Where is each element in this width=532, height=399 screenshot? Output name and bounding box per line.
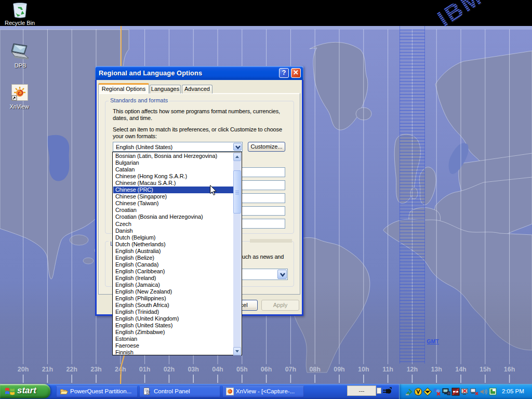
svg-text:10h: 10h [358, 366, 369, 373]
svg-text:GMT: GMT [427, 338, 439, 344]
svg-text:01h: 01h [139, 366, 151, 373]
svg-text:03h: 03h [188, 366, 199, 373]
svg-text:15h: 15h [480, 366, 491, 373]
svg-text:22h: 22h [66, 366, 77, 373]
svg-text:05h: 05h [236, 366, 248, 373]
svg-text:12h: 12h [407, 366, 418, 373]
svg-text:08h: 08h [309, 366, 321, 373]
svg-text:04h: 04h [212, 366, 223, 373]
svg-text:11h: 11h [382, 366, 393, 373]
svg-text:02h: 02h [164, 366, 175, 373]
svg-text:09h: 09h [334, 366, 345, 373]
svg-text:07h: 07h [285, 366, 297, 373]
svg-text:13h: 13h [431, 366, 442, 373]
svg-text:06h: 06h [261, 366, 272, 373]
svg-text:23h: 23h [90, 366, 102, 373]
svg-text:16h: 16h [504, 366, 515, 373]
svg-text:20h: 20h [18, 366, 29, 373]
svg-text:21h: 21h [42, 366, 54, 373]
svg-text:14h: 14h [455, 366, 467, 373]
